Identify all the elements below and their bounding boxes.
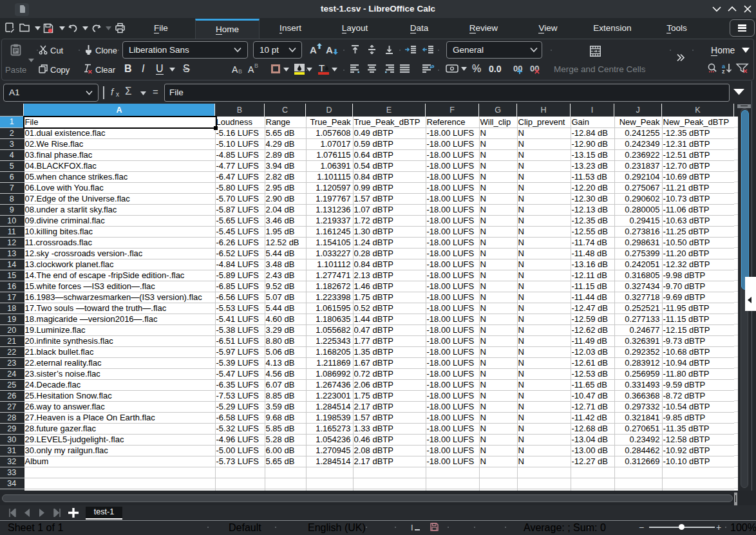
svg-text:z: z bbox=[722, 68, 725, 74]
